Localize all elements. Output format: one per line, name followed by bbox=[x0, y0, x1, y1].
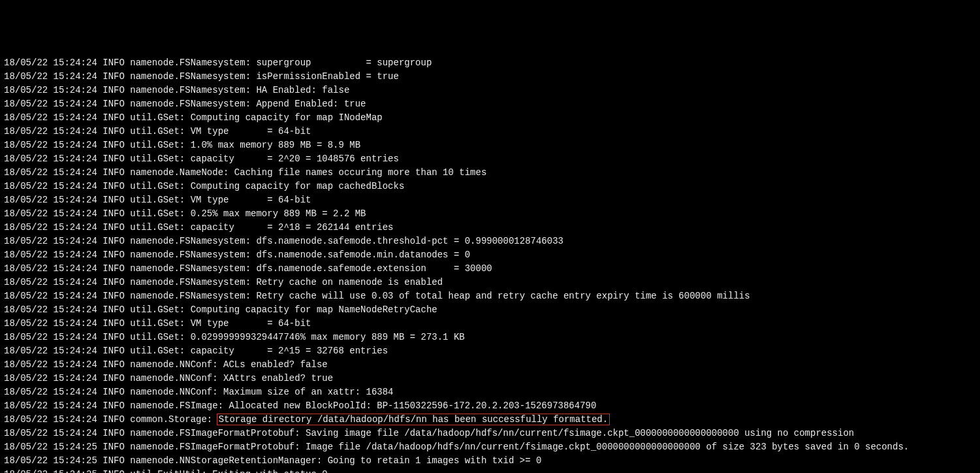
log-line: 18/05/22 15:24:25 INFO util.ExitUtil: Ex… bbox=[4, 468, 976, 473]
log-line: 18/05/22 15:24:24 INFO namenode.FSNamesy… bbox=[4, 262, 976, 276]
log-line: 18/05/22 15:24:24 INFO namenode.FSNamesy… bbox=[4, 276, 976, 289]
log-line: 18/05/22 15:24:24 INFO namenode.FSNamesy… bbox=[4, 56, 976, 70]
log-line: 18/05/22 15:24:24 INFO util.GSet: VM typ… bbox=[4, 193, 976, 207]
log-line: 18/05/22 15:24:24 INFO namenode.FSNamesy… bbox=[4, 97, 976, 111]
log-line: 18/05/22 15:24:24 INFO util.GSet: Comput… bbox=[4, 111, 976, 125]
log-line-highlighted: 18/05/22 15:24:24 INFO common.Storage: S… bbox=[4, 413, 976, 427]
log-line: 18/05/22 15:24:24 INFO util.GSet: capaci… bbox=[4, 344, 976, 358]
log-line: 18/05/22 15:24:24 INFO namenode.FSNamesy… bbox=[4, 248, 976, 262]
log-line: 18/05/22 15:24:24 INFO namenode.NNConf: … bbox=[4, 372, 976, 385]
log-line: 18/05/22 15:24:24 INFO namenode.NNConf: … bbox=[4, 385, 976, 399]
log-line: 18/05/22 15:24:24 INFO namenode.FSNamesy… bbox=[4, 70, 976, 84]
highlight-box: Storage directory /data/hadoop/hdfs/nn h… bbox=[217, 414, 610, 425]
terminal-output[interactable]: 18/05/22 15:24:24 INFO namenode.FSNamesy… bbox=[4, 56, 976, 473]
log-line: 18/05/22 15:24:25 INFO namenode.NNStorag… bbox=[4, 454, 976, 468]
log-line: 18/05/22 15:24:24 INFO namenode.FSImageF… bbox=[4, 427, 976, 440]
log-line: 18/05/22 15:24:24 INFO util.GSet: capaci… bbox=[4, 221, 976, 235]
log-line: 18/05/22 15:24:24 INFO namenode.NNConf: … bbox=[4, 358, 976, 372]
log-line-prefix: 18/05/22 15:24:24 INFO common.Storage: bbox=[4, 414, 218, 425]
log-line: 18/05/22 15:24:24 INFO util.GSet: 0.25% … bbox=[4, 207, 976, 221]
log-line: 18/05/22 15:24:24 INFO util.GSet: Comput… bbox=[4, 303, 976, 317]
log-line: 18/05/22 15:24:24 INFO namenode.FSImage:… bbox=[4, 399, 976, 413]
log-line: 18/05/22 15:24:25 INFO namenode.FSImageF… bbox=[4, 440, 976, 454]
log-line: 18/05/22 15:24:24 INFO util.GSet: VM typ… bbox=[4, 125, 976, 139]
log-line: 18/05/22 15:24:24 INFO namenode.FSNamesy… bbox=[4, 235, 976, 248]
log-line: 18/05/22 15:24:24 INFO util.GSet: VM typ… bbox=[4, 317, 976, 331]
log-line: 18/05/22 15:24:24 INFO util.GSet: Comput… bbox=[4, 180, 976, 193]
log-line: 18/05/22 15:24:24 INFO namenode.NameNode… bbox=[4, 166, 976, 180]
log-line: 18/05/22 15:24:24 INFO util.GSet: 0.0299… bbox=[4, 331, 976, 344]
log-line: 18/05/22 15:24:24 INFO util.GSet: 1.0% m… bbox=[4, 139, 976, 152]
log-line: 18/05/22 15:24:24 INFO namenode.FSNamesy… bbox=[4, 84, 976, 97]
log-line: 18/05/22 15:24:24 INFO util.GSet: capaci… bbox=[4, 152, 976, 166]
log-line: 18/05/22 15:24:24 INFO namenode.FSNamesy… bbox=[4, 289, 976, 303]
